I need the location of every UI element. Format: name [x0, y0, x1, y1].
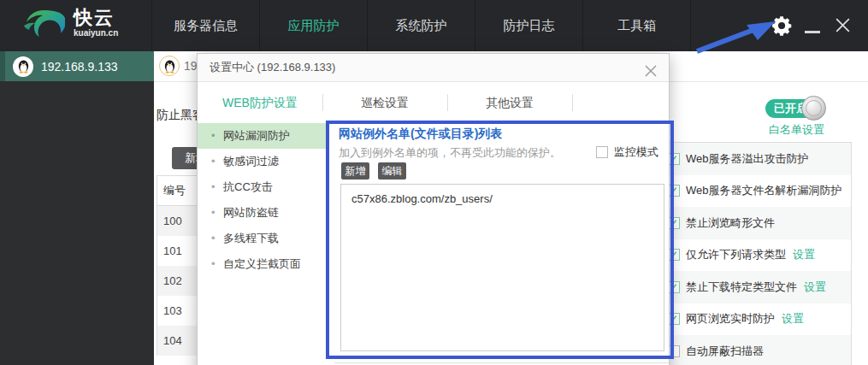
- modal-tab-other[interactable]: 其他设置: [447, 82, 572, 123]
- list-item[interactable]: ✓ Web服务器溢出攻击防护: [661, 143, 851, 175]
- monitor-mode-option[interactable]: 监控模式: [596, 144, 658, 160]
- exception-list-title: 网站例外名单(文件或目录)列表: [339, 127, 502, 142]
- list-item[interactable]: ✓ Web服务器文件名解析漏洞防护: [661, 175, 851, 208]
- gear-icon[interactable]: [771, 15, 793, 37]
- kuaiyun-swirl-icon: [22, 5, 65, 41]
- server-sidebar: 192.168.9.133: [0, 51, 154, 365]
- modal-title: 设置中心 (192.168.9.133): [210, 61, 335, 74]
- title-bar: 快云 kuaiyun.cn 服务器信息 应用防护 系统防护 防护日志 工具箱: [0, 0, 868, 51]
- logo-domain: kuaiyun.cn: [74, 29, 118, 38]
- add-button[interactable]: 新增: [341, 162, 369, 180]
- edit-button[interactable]: 编辑: [378, 162, 406, 180]
- whitelist-settings-link[interactable]: 白名单设置: [769, 122, 824, 138]
- linux-penguin-icon: [159, 56, 180, 76]
- protection-options-list: ✓ Web服务器溢出攻击防护 ✓ Web服务器文件名解析漏洞防护 ✓ 禁止浏览畸…: [660, 142, 852, 365]
- exception-list-item[interactable]: c57x86.zblog.com/zb_users/: [341, 185, 664, 205]
- menu-item-multithread[interactable]: 多线程下载: [198, 226, 327, 251]
- sidebar-server-item[interactable]: 192.168.9.133: [0, 51, 154, 81]
- settings-link[interactable]: 设置: [782, 311, 804, 327]
- nav-tab-app-protect[interactable]: 应用防护: [259, 0, 367, 51]
- sidebar-server-ip: 192.168.9.133: [41, 60, 118, 74]
- settings-modal: 设置中心 (192.168.9.133) WEB防护设置 巡检设置 其他设置 网…: [197, 53, 670, 365]
- menu-item-anti-leech[interactable]: 网站防盗链: [198, 200, 327, 226]
- list-item[interactable]: ✓ 网页浏览实时防护 设置: [661, 303, 851, 336]
- checkbox-icon[interactable]: [596, 146, 608, 158]
- menu-item-vuln-protect[interactable]: 网站漏洞防护: [198, 123, 327, 149]
- menu-item-anti-cc[interactable]: 抗CC攻击: [198, 174, 327, 200]
- logo-title: 快云: [74, 9, 118, 27]
- modal-title-bar: 设置中心 (192.168.9.133): [198, 54, 669, 82]
- app-logo: 快云 kuaiyun.cn: [22, 5, 118, 41]
- modal-tab-web-protect[interactable]: WEB防护设置: [198, 82, 322, 123]
- nav-tab-toolbox[interactable]: 工具箱: [582, 0, 691, 51]
- toggle-knob-icon[interactable]: [801, 96, 826, 121]
- checkbox-icon[interactable]: ✓: [668, 249, 680, 261]
- checkbox-icon[interactable]: [668, 345, 680, 357]
- divider: [334, 362, 669, 363]
- list-item[interactable]: ✓ 仅允许下列请求类型 设置: [661, 239, 851, 272]
- checkbox-icon[interactable]: ✓: [668, 217, 680, 229]
- exception-list-desc: 加入到例外名单的项，不再受此功能的保护。: [339, 145, 561, 161]
- modal-tab-inspection[interactable]: 巡检设置: [322, 82, 447, 123]
- modal-tab-spacer: [572, 82, 669, 123]
- main-nav: 服务器信息 应用防护 系统防护 防护日志 工具箱: [151, 0, 691, 51]
- settings-link[interactable]: 设置: [793, 247, 815, 262]
- monitor-mode-label: 监控模式: [614, 144, 658, 160]
- modal-tabs: WEB防护设置 巡检设置 其他设置: [198, 82, 669, 123]
- checkbox-icon[interactable]: ✓: [668, 153, 680, 165]
- list-item[interactable]: 自动屏蔽扫描器: [661, 335, 851, 365]
- list-item[interactable]: ✓ 禁止浏览畸形文件: [661, 207, 851, 239]
- close-icon[interactable]: [834, 16, 852, 34]
- nav-tab-logs[interactable]: 防护日志: [475, 0, 582, 51]
- app-window: 192.168.9.133 防止黑客 新增 编号 100 101 102 103…: [0, 0, 868, 365]
- checkbox-icon[interactable]: ✓: [668, 185, 680, 197]
- modal-close-icon[interactable]: [644, 61, 658, 74]
- checkbox-icon[interactable]: ✓: [668, 313, 680, 325]
- modal-side-menu: 网站漏洞防护 敏感词过滤 抗CC攻击 网站防盗链 多线程下载 自定义拦截页面: [198, 123, 327, 365]
- minimize-icon[interactable]: [805, 31, 820, 33]
- menu-item-custom-block[interactable]: 自定义拦截页面: [198, 251, 327, 277]
- checkbox-icon[interactable]: ✓: [668, 281, 680, 293]
- nav-tab-sys-protect[interactable]: 系统防护: [367, 0, 475, 51]
- exception-list-box[interactable]: c57x86.zblog.com/zb_users/: [340, 184, 664, 351]
- settings-link[interactable]: 设置: [804, 280, 826, 295]
- linux-penguin-icon: [13, 56, 33, 77]
- menu-item-word-filter[interactable]: 敏感词过滤: [198, 149, 327, 174]
- list-item[interactable]: ✓ 禁止下载特定类型文件 设置: [661, 271, 851, 303]
- nav-tab-server-info[interactable]: 服务器信息: [151, 0, 259, 51]
